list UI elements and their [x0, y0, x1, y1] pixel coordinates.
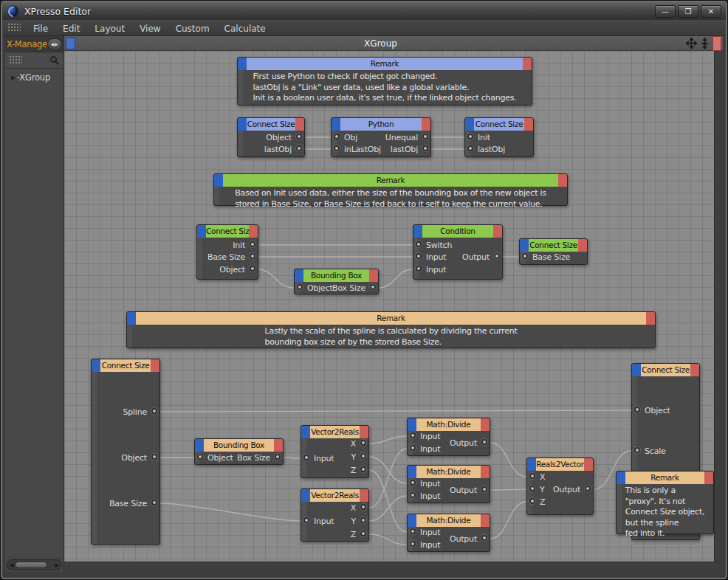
output-port-lastobj[interactable] [422, 145, 428, 151]
node-math-divide[interactable]: Math:DivideInputInputOutput [407, 418, 490, 456]
node-header[interactable]: Math:Divide [408, 466, 490, 478]
input-port-base-size[interactable] [522, 253, 528, 259]
output-port-object[interactable] [296, 134, 302, 139]
output-port-box-size[interactable] [275, 454, 281, 460]
wire[interactable] [369, 534, 407, 545]
wire[interactable] [369, 436, 407, 443]
wire[interactable] [257, 269, 294, 288]
input-port-input[interactable] [303, 455, 309, 460]
input-port-init[interactable] [467, 134, 473, 139]
node-vector2reals[interactable]: Vector2RealsInputXYZ [301, 488, 369, 542]
input-port-input[interactable] [416, 253, 422, 259]
remark-node[interactable]: RemarkThis is only a"proxy". It's notCon… [616, 471, 714, 534]
node-header[interactable]: Vector2Reals [301, 426, 368, 438]
remark-node[interactable]: RemarkFirst use Python to check if objec… [237, 57, 532, 106]
node-reals2vector[interactable]: Reals2VectorXYZOutput [526, 458, 594, 515]
input-port-input[interactable] [410, 492, 416, 498]
node-header[interactable]: Connect Size [520, 239, 587, 252]
node-header[interactable]: Bounding Box [195, 439, 283, 452]
node-canvas[interactable]: RemarkFirst use Python to check if objec… [64, 51, 714, 562]
input-port-object[interactable] [197, 454, 203, 460]
node-header[interactable]: Remark [127, 312, 655, 325]
panel-toggle-button[interactable]: ◀▶ [47, 38, 62, 50]
input-port-lastobj[interactable] [467, 145, 473, 151]
node-connect-size[interactable]: Connect SizeInitBase SizeObject [196, 224, 258, 280]
close-button[interactable]: ✕ [701, 5, 721, 18]
input-port-input[interactable] [410, 528, 416, 534]
output-port-spline[interactable] [151, 408, 157, 414]
node-connect-size[interactable]: Connect SizeBase Size [519, 238, 588, 265]
output-port-object[interactable] [250, 266, 255, 272]
output-port-object[interactable] [151, 454, 157, 460]
node-bounding-box[interactable]: Bounding BoxObjectBox Size [294, 269, 379, 294]
output-port-output[interactable] [585, 486, 591, 491]
node-header[interactable]: Remark [214, 174, 567, 187]
node-connect-size[interactable]: Connect SizeObjectlastObj [237, 117, 305, 157]
input-port-input[interactable] [410, 445, 416, 451]
xgroup-header-bar[interactable]: XGroup [64, 36, 723, 51]
node-header[interactable]: Condition [413, 225, 502, 238]
menu-item-view[interactable]: View [132, 21, 168, 36]
input-port-object[interactable] [634, 407, 640, 412]
tree-item-xgroup[interactable]: ▶ -XGroup [7, 72, 62, 83]
wire[interactable] [160, 410, 631, 412]
menu-grip-icon[interactable] [7, 23, 21, 32]
zoom-view-icon[interactable] [700, 38, 710, 49]
output-port-output[interactable] [481, 535, 487, 541]
scrollbar-thumb[interactable] [15, 562, 47, 568]
node-header[interactable]: Connect Size [197, 225, 258, 238]
node-header[interactable]: Remark [238, 58, 532, 70]
input-port-scale[interactable] [634, 447, 640, 453]
node-bounding-box[interactable]: Bounding BoxObjectBox Size [194, 438, 284, 465]
output-port-base-size[interactable] [151, 500, 157, 505]
menu-item-file[interactable]: File [26, 21, 55, 36]
search-icon[interactable] [49, 55, 60, 66]
output-port-output[interactable] [494, 253, 500, 259]
sidebar-horizontal-scrollbar[interactable]: ◀ ▶ [7, 559, 62, 570]
input-port-inlastobj[interactable] [334, 145, 340, 151]
wire[interactable] [490, 443, 526, 477]
output-port-output[interactable] [481, 439, 487, 445]
node-connect-size[interactable]: Connect SizeSplineObjectBase Size [91, 359, 160, 545]
node-vector2reals[interactable]: Vector2RealsInputXYZ [301, 425, 369, 478]
input-port-x[interactable] [529, 473, 535, 479]
input-port-y[interactable] [529, 486, 535, 491]
sidebar-grip-icon[interactable] [9, 55, 22, 65]
output-port-lastobj[interactable] [296, 145, 302, 151]
title-bar[interactable]: XPresso Editor — ❐ ✕ [2, 2, 726, 20]
node-header[interactable]: Reals2Vector [527, 458, 593, 471]
pan-view-icon[interactable] [686, 38, 697, 49]
output-port-box-size[interactable] [370, 284, 376, 290]
menu-item-edit[interactable]: Edit [55, 21, 87, 36]
output-port-unequal[interactable] [422, 134, 428, 139]
node-header[interactable]: Remark [617, 472, 713, 484]
node-header[interactable]: Math:Divide [408, 418, 490, 431]
output-port-base-size[interactable] [250, 253, 255, 259]
output-port-y[interactable] [360, 517, 366, 523]
node-python[interactable]: PythonObjinLastObjUnequallastObj [331, 117, 431, 157]
wire[interactable] [490, 489, 526, 490]
node-header[interactable]: Connect Size [92, 359, 159, 372]
scroll-right-icon[interactable]: ▶ [55, 562, 59, 569]
node-header[interactable]: Connect Size [238, 118, 304, 131]
output-port-x[interactable] [360, 440, 366, 446]
node-header[interactable]: Connect Size [465, 118, 533, 131]
input-port-switch[interactable] [416, 241, 422, 247]
node-header[interactable]: Python [332, 118, 430, 131]
horizontal-scroll-track[interactable] [64, 562, 723, 571]
output-port-z[interactable] [360, 531, 366, 536]
menu-item-custom[interactable]: Custom [168, 21, 217, 36]
input-port-input[interactable] [410, 432, 416, 438]
remark-node[interactable]: RemarkLastly the scale of the spline is … [126, 311, 656, 348]
menu-item-calculate[interactable]: Calculate [217, 21, 273, 36]
node-header[interactable]: Vector2Reals [301, 489, 368, 502]
menu-item-layout[interactable]: Layout [87, 21, 132, 36]
input-port-input[interactable] [416, 266, 422, 272]
output-port-z[interactable] [360, 466, 366, 472]
node-header[interactable]: Math:Divide [408, 514, 490, 527]
input-port-z[interactable] [529, 498, 535, 504]
node-header[interactable]: Connect Size [632, 364, 699, 376]
output-port-output[interactable] [481, 486, 487, 492]
minimize-button[interactable]: — [655, 5, 676, 18]
tab-x-manager[interactable]: X-Manager [7, 39, 47, 49]
